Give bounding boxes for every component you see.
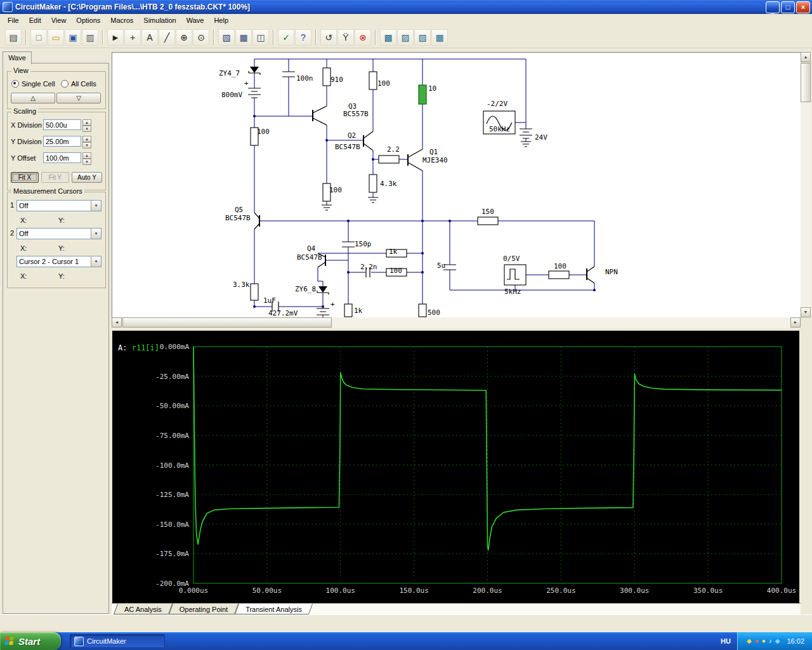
waveform-panel[interactable]: 0.000us50.00us100.0us150.0us200.0us250.0… (112, 331, 799, 603)
component-label[interactable]: 5u (437, 262, 445, 270)
component-label[interactable]: Q4 (307, 244, 316, 253)
selected-resistor[interactable] (419, 85, 426, 104)
run-simulation-icon[interactable]: ✓ (278, 29, 294, 46)
component-label[interactable]: 0/5V (503, 255, 520, 263)
volume-icon[interactable]: ♪ (769, 638, 772, 644)
component-label[interactable]: 100 (377, 79, 390, 88)
component-label[interactable]: 2.2n (360, 263, 377, 271)
cursor-diff-select[interactable]: Cursor 2 - Cursor 1 ▼ (16, 256, 102, 267)
close-button[interactable]: × (796, 1, 810, 13)
component-label[interactable]: 100 (390, 267, 402, 275)
taskbar-clock[interactable]: 16:02 (787, 637, 804, 645)
previous-wave-button[interactable]: △ (11, 93, 55, 103)
auto-y-button[interactable]: Auto Y (72, 172, 102, 183)
menu-view[interactable]: View (46, 15, 72, 26)
spinner-up-icon[interactable]: ▲ (82, 152, 91, 159)
y-division-spinner[interactable]: ▲▼ (82, 136, 91, 147)
component-label[interactable]: 500 (428, 308, 440, 317)
cursor2-select[interactable]: Off ▼ (16, 228, 102, 239)
all-cells-radio[interactable]: All Cells (61, 80, 96, 88)
fit-y-button[interactable]: Fit Y (41, 172, 69, 183)
component-label[interactable]: 100 (329, 186, 342, 194)
component-label[interactable]: 427.2mV (268, 309, 298, 317)
wave-panel-tab[interactable]: Wave (3, 51, 32, 64)
component-label[interactable]: 100n (296, 74, 313, 83)
add-part-icon[interactable]: + (124, 29, 141, 46)
component-label[interactable]: Q5 (235, 206, 243, 214)
scroll-down-icon[interactable]: ▼ (801, 307, 811, 317)
menu-file[interactable]: File (3, 15, 24, 26)
component-label[interactable]: ZY4_7 (219, 69, 240, 77)
open-folder-icon[interactable]: ▭ (48, 29, 64, 46)
zoom-in-icon[interactable]: ⊕ (176, 29, 192, 46)
chevron-down-icon[interactable]: ▼ (91, 229, 101, 239)
fit-x-button[interactable]: Fit X (11, 172, 39, 183)
analysis-tab-ac-analysis[interactable]: AC Analysis (115, 604, 171, 614)
scroll-up-icon[interactable]: ▲ (801, 52, 811, 62)
x-division-spinner[interactable]: ▲▼ (82, 119, 91, 130)
component-label[interactable]: -2/2V (487, 100, 508, 108)
component-label[interactable]: 4.3k (380, 180, 397, 188)
chevron-down-icon[interactable]: ▼ (91, 201, 101, 211)
component-label[interactable]: 910 (331, 76, 343, 84)
start-button[interactable]: Start (0, 632, 61, 650)
language-indicator[interactable]: HU (714, 637, 737, 645)
scope-display-icon[interactable]: ▩ (380, 29, 396, 46)
new-document-icon[interactable]: □ (30, 29, 47, 46)
component-label[interactable]: Q2 (348, 131, 356, 140)
x-division-input[interactable] (43, 119, 81, 130)
analysis-tab-operating-point[interactable]: Operating Point (171, 604, 237, 614)
multimeter-display-icon[interactable]: ▧ (414, 29, 431, 46)
component-label[interactable]: 1uF (263, 296, 276, 305)
scroll-left-icon[interactable]: ◄ (112, 317, 122, 328)
component-label[interactable]: BC557B (343, 110, 369, 118)
menu-macros[interactable]: Macros (105, 15, 138, 26)
pointer-tool-icon[interactable]: ► (107, 29, 124, 46)
single-cell-radio[interactable]: Single Cell (11, 80, 55, 88)
tray-icon-1[interactable]: ◆ (747, 638, 752, 644)
tray-icon-2[interactable]: ● (755, 638, 759, 644)
component-label[interactable]: + (244, 79, 249, 88)
component-label[interactable]: 1k (389, 248, 398, 256)
component-label[interactable]: 800mV (221, 91, 242, 99)
component-label[interactable]: 3.3k (233, 281, 250, 289)
reset-icon[interactable]: ↺ (320, 29, 337, 46)
stop-simulation-icon[interactable]: ⊗ (355, 29, 371, 46)
component-label[interactable]: 150p (355, 240, 372, 248)
wire-tool-icon[interactable]: ╱ (159, 29, 175, 46)
schematic-vertical-scrollbar[interactable]: ▲ ▼ (801, 52, 811, 317)
spinner-up-icon[interactable]: ▲ (82, 136, 91, 142)
next-wave-button[interactable]: ▽ (56, 93, 101, 103)
component-label[interactable]: 50kHz (489, 125, 510, 133)
component-label[interactable]: 10 (428, 84, 436, 93)
menu-edit[interactable]: Edit (24, 15, 46, 26)
component-label[interactable]: ZY6_8 (295, 285, 316, 293)
help-icon[interactable]: ? (295, 29, 311, 46)
bode-plot-icon[interactable]: ▨ (397, 29, 414, 46)
menu-wave[interactable]: Wave (181, 15, 209, 26)
trace-label[interactable]: A: r11[i] (118, 343, 159, 352)
component-label[interactable]: MJE340 (422, 156, 448, 164)
spinner-down-icon[interactable]: ▼ (82, 159, 91, 165)
text-tool-icon[interactable]: A (141, 29, 158, 46)
split-view-icon[interactable]: ◫ (252, 29, 269, 46)
component-label[interactable]: BC547B (335, 143, 360, 151)
chevron-down-icon[interactable]: ▼ (91, 256, 101, 267)
title-bar[interactable]: CircuitMaker - [C:\Program Files\...\HTB… (0, 0, 812, 14)
schematic-canvas[interactable]: ZY4_7800mV+100n91010010Q3BC557BQ2BC547B2… (112, 52, 801, 317)
component-label[interactable]: + (331, 300, 335, 308)
component-label[interactable]: 24V (535, 133, 547, 142)
y-offset-spinner[interactable]: ▲▼ (82, 152, 91, 163)
spinner-down-icon[interactable]: ▼ (82, 142, 91, 149)
save-icon[interactable]: ▣ (65, 29, 81, 46)
component-label[interactable]: BC547B (297, 253, 322, 262)
maximize-button[interactable]: □ (781, 1, 795, 13)
y-offset-input[interactable] (43, 152, 81, 163)
component-label[interactable]: 100 (554, 262, 566, 270)
data-display-icon[interactable]: ▦ (431, 29, 448, 46)
schematic-horizontal-scrollbar[interactable]: ◄ ► (112, 317, 801, 328)
component-label[interactable]: 100 (257, 128, 270, 136)
probe-tool-icon[interactable]: Ÿ (337, 29, 354, 46)
wave-window-icon[interactable]: ▤ (5, 29, 22, 46)
component-label[interactable]: Q1 (429, 148, 438, 156)
